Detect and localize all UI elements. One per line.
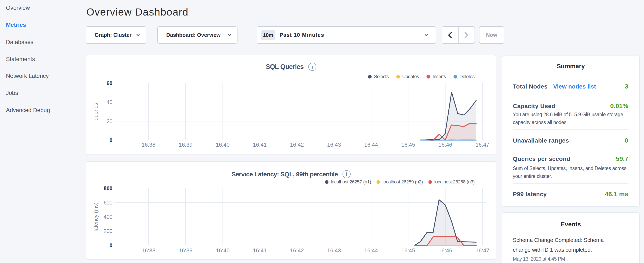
svg-text:0: 0	[110, 137, 112, 143]
svg-text:16:42: 16:42	[290, 141, 304, 148]
svg-text:16:46: 16:46	[438, 141, 452, 148]
svg-text:16:44: 16:44	[364, 247, 378, 254]
svg-text:200: 200	[104, 228, 112, 234]
svg-text:16:40: 16:40	[216, 247, 230, 254]
svg-text:16:43: 16:43	[327, 141, 341, 148]
svg-text:16:41: 16:41	[253, 247, 266, 254]
svg-text:16:47: 16:47	[476, 247, 489, 254]
svg-text:16:40: 16:40	[216, 141, 230, 148]
svg-text:16:43: 16:43	[327, 247, 341, 254]
svg-text:0: 0	[110, 242, 112, 248]
svg-text:400: 400	[104, 214, 112, 220]
svg-text:60: 60	[106, 80, 112, 86]
svg-text:20: 20	[106, 118, 112, 124]
svg-text:16:47: 16:47	[476, 141, 489, 148]
svg-text:16:42: 16:42	[290, 247, 304, 254]
svg-text:16:39: 16:39	[178, 247, 192, 254]
svg-text:16:41: 16:41	[253, 141, 266, 148]
svg-text:16:39: 16:39	[178, 141, 192, 148]
svg-text:800: 800	[104, 185, 112, 191]
svg-text:16:45: 16:45	[401, 141, 415, 148]
svg-text:600: 600	[104, 200, 112, 205]
svg-text:16:38: 16:38	[142, 247, 156, 254]
svg-text:16:44: 16:44	[364, 141, 378, 148]
svg-text:40: 40	[106, 99, 112, 105]
svg-text:16:38: 16:38	[142, 141, 156, 148]
svg-text:16:46: 16:46	[438, 247, 452, 254]
svg-text:16:45: 16:45	[401, 247, 415, 254]
